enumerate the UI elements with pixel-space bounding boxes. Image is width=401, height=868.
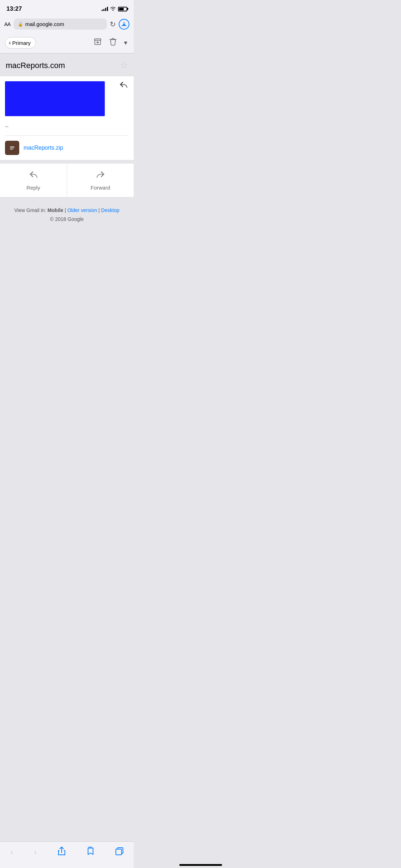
forward-label: Forward <box>91 185 110 191</box>
star-button[interactable]: ☆ <box>120 60 128 71</box>
reply-label: Reply <box>26 185 40 191</box>
action-card: Reply Forward <box>0 163 134 197</box>
email-separator: -- <box>5 120 9 136</box>
email-body: -- <box>0 120 134 135</box>
footer-older-link[interactable]: Older version <box>67 207 97 213</box>
footer-view-text: View Gmail in: <box>14 207 47 213</box>
aa-button[interactable]: AA <box>4 21 11 27</box>
email-card: -- macReports.zip <box>0 76 134 160</box>
download-button[interactable] <box>119 19 129 30</box>
url-text: mail.google.com <box>25 21 64 27</box>
back-chevron-icon: ‹ <box>9 40 11 46</box>
delete-button[interactable] <box>108 36 118 50</box>
svg-rect-4 <box>10 149 13 150</box>
footer: View Gmail in: Mobile | Older version | … <box>0 203 134 231</box>
wifi-icon <box>110 6 116 12</box>
lock-icon: 🔒 <box>18 22 23 27</box>
footer-view-line: View Gmail in: Mobile | Older version | … <box>6 206 128 215</box>
status-bar: 13:27 <box>0 0 134 16</box>
status-time: 13:27 <box>6 5 22 12</box>
svg-rect-2 <box>10 146 14 147</box>
sender-name: macReports.com <box>6 61 65 70</box>
footer-mobile-label: Mobile <box>47 207 63 213</box>
svg-rect-0 <box>94 39 101 40</box>
email-header <box>0 76 134 120</box>
reload-button[interactable]: ↻ <box>110 20 116 29</box>
more-button[interactable]: ▾ <box>123 37 129 48</box>
reply-button[interactable]: Reply <box>0 164 67 197</box>
attachment-name[interactable]: macReports.zip <box>24 145 63 151</box>
svg-rect-3 <box>10 148 14 149</box>
back-button[interactable]: ‹ Primary <box>5 37 36 48</box>
quick-reply-button[interactable] <box>119 81 129 92</box>
signal-icon <box>102 7 108 11</box>
browser-bar: AA 🔒 mail.google.com ↻ <box>0 16 134 32</box>
url-bar[interactable]: 🔒 mail.google.com <box>14 19 107 30</box>
sender-row: macReports.com ☆ <box>0 53 134 76</box>
footer-copyright: © 2018 Google <box>6 215 128 224</box>
battery-icon <box>118 7 127 11</box>
status-icons <box>102 6 127 12</box>
forward-button[interactable]: Forward <box>67 164 134 197</box>
back-button-label: Primary <box>12 40 31 46</box>
main-content: macReports.com ☆ -- <box>0 53 134 263</box>
attachment-icon <box>5 141 19 155</box>
reply-icon <box>28 171 39 182</box>
forward-icon <box>95 171 106 182</box>
attachment-row[interactable]: macReports.zip <box>0 136 134 160</box>
footer-desktop-link[interactable]: Desktop <box>101 207 119 213</box>
email-toolbar: ‹ Primary ▾ <box>0 32 134 53</box>
email-banner-image <box>5 81 105 116</box>
archive-button[interactable] <box>92 36 103 50</box>
